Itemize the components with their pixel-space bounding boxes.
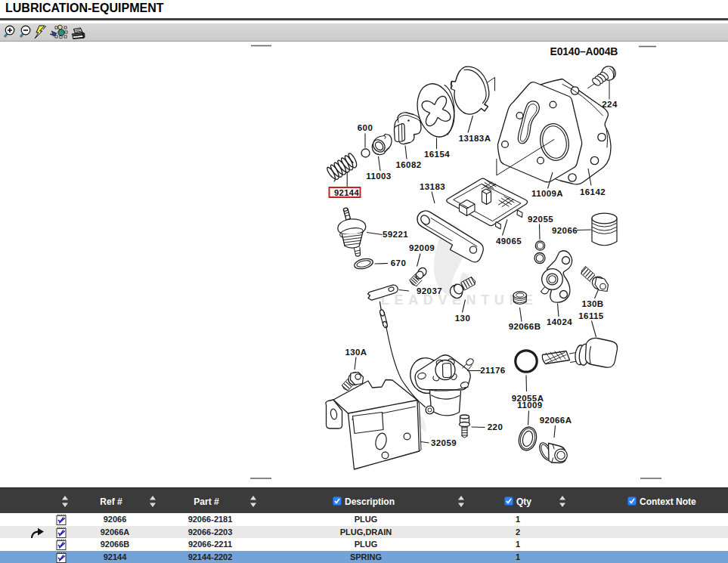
svg-text:14024: 14024 [547,317,572,326]
svg-text:59221: 59221 [383,230,408,239]
svg-text:13183A: 13183A [459,134,491,143]
svg-text:600: 600 [358,123,373,132]
svg-text:130B: 130B [581,299,603,308]
svg-text:670: 670 [391,258,406,268]
svg-text:130A: 130A [345,348,367,357]
svg-text:11009: 11009 [517,401,542,410]
svg-text:224: 224 [602,100,618,109]
svg-text:E0140–A004B: E0140–A004B [550,45,618,57]
svg-text:16154: 16154 [424,150,450,159]
svg-text:16115: 16115 [578,311,604,320]
svg-text:130: 130 [455,314,470,323]
svg-text:220: 220 [488,422,503,432]
svg-text:92144: 92144 [334,188,359,197]
svg-text:32059: 32059 [431,438,457,447]
svg-text:16142: 16142 [580,187,606,196]
svg-text:13183: 13183 [420,182,445,191]
svg-text:21176: 21176 [480,366,505,375]
svg-text:92066B: 92066B [509,322,541,331]
svg-text:92009: 92009 [409,243,435,252]
svg-text:16082: 16082 [396,160,422,169]
svg-text:92055: 92055 [528,215,553,224]
svg-text:49065: 49065 [496,237,522,246]
svg-text:11003: 11003 [366,172,391,181]
svg-text:92037: 92037 [417,286,442,295]
svg-text:11009A: 11009A [531,189,563,198]
svg-text:92066: 92066 [552,226,578,235]
svg-text:92066A: 92066A [540,416,572,425]
